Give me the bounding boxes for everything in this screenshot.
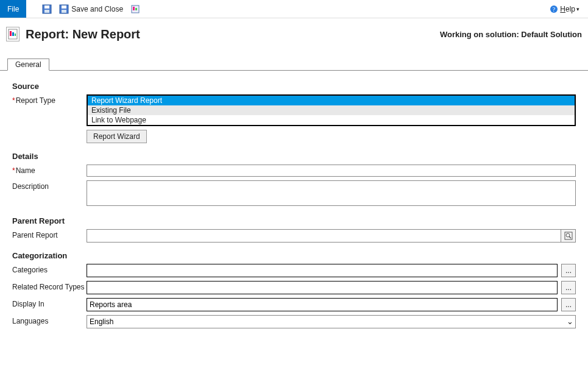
- report-type-listbox[interactable]: Report Wizard Report Existing File Link …: [87, 94, 576, 126]
- categories-picker-button[interactable]: ...: [561, 264, 576, 277]
- row-languages: Languages ⌄: [12, 315, 576, 328]
- parent-report-lookup-button[interactable]: [561, 229, 576, 243]
- page-title: Report: New Report: [26, 27, 140, 41]
- report-actions-icon: [130, 4, 140, 14]
- lookup-icon: [564, 232, 573, 240]
- label-name: Name: [16, 166, 35, 175]
- report-wizard-button-label: Report Wizard: [93, 132, 140, 141]
- save-icon: [42, 4, 52, 14]
- solution-context-label: Working on solution: Default Solution: [440, 30, 582, 39]
- report-wizard-button[interactable]: Report Wizard: [87, 130, 147, 143]
- label-display-in: Display In: [12, 300, 44, 308]
- label-description: Description: [12, 182, 49, 191]
- report-actions-button[interactable]: [127, 0, 144, 18]
- row-name: * Name: [12, 165, 576, 177]
- help-label: Help: [560, 5, 575, 13]
- section-heading-details: Details: [12, 147, 576, 165]
- label-categories: Categories: [12, 266, 48, 274]
- help-icon: ?: [550, 5, 558, 13]
- svg-line-17: [569, 236, 571, 238]
- row-parent-report: Parent Report: [12, 229, 576, 243]
- svg-rect-12: [10, 31, 12, 36]
- help-menu-button[interactable]: ? Help ▾: [547, 0, 582, 18]
- report-entity-icon: [6, 27, 19, 41]
- related-record-types-picker-button[interactable]: ...: [561, 281, 576, 294]
- save-button[interactable]: [38, 0, 55, 18]
- label-report-type: Report Type: [16, 96, 55, 105]
- svg-rect-5: [62, 10, 66, 13]
- required-marker: *: [12, 96, 15, 105]
- file-menu-button[interactable]: File: [0, 0, 26, 18]
- page-header: Report: New Report Working on solution: …: [0, 18, 588, 48]
- languages-select[interactable]: [87, 315, 576, 328]
- label-related-record-types: Related Record Types: [12, 283, 85, 291]
- ellipsis-icon: ...: [565, 266, 572, 275]
- row-display-in: Display In ...: [12, 298, 576, 311]
- section-heading-categorization: Categorization: [12, 246, 576, 264]
- svg-rect-1: [44, 5, 49, 9]
- save-close-icon: [59, 4, 69, 14]
- toolbar: File Save and Close ? Help ▾: [0, 0, 588, 18]
- row-categories: Categories ...: [12, 264, 576, 277]
- description-input[interactable]: [87, 180, 576, 206]
- row-report-type: * Report Type Report Wizard Report Exist…: [12, 94, 576, 143]
- label-parent-report: Parent Report: [12, 231, 58, 239]
- svg-rect-14: [15, 34, 16, 36]
- save-and-close-label: Save and Close: [71, 5, 123, 13]
- categories-input[interactable]: [87, 264, 558, 277]
- tab-bar: General: [0, 57, 588, 71]
- tab-general[interactable]: General: [7, 58, 49, 71]
- report-type-option-wizard[interactable]: Report Wizard Report: [88, 96, 575, 105]
- report-type-option-existing-file[interactable]: Existing File: [88, 105, 575, 115]
- name-input[interactable]: [87, 165, 576, 177]
- report-type-option-link[interactable]: Link to Webpage: [88, 115, 575, 125]
- section-heading-parent: Parent Report: [12, 211, 576, 229]
- chevron-down-icon: ▾: [576, 6, 579, 12]
- display-in-picker-button[interactable]: ...: [561, 298, 576, 311]
- ellipsis-icon: ...: [565, 283, 572, 292]
- row-description: Description: [12, 180, 576, 208]
- display-in-input[interactable]: [87, 298, 558, 311]
- label-languages: Languages: [12, 317, 48, 325]
- svg-rect-7: [133, 7, 135, 10]
- ellipsis-icon: ...: [565, 300, 572, 309]
- svg-rect-4: [62, 5, 66, 9]
- file-menu-label: File: [7, 5, 19, 13]
- tab-general-label: General: [15, 60, 41, 69]
- svg-rect-8: [135, 8, 137, 10]
- section-heading-source: Source: [12, 77, 576, 94]
- svg-rect-13: [12, 32, 14, 36]
- related-record-types-input[interactable]: [87, 281, 558, 294]
- svg-text:?: ?: [553, 6, 556, 13]
- parent-report-input[interactable]: [87, 229, 561, 243]
- save-and-close-button[interactable]: Save and Close: [55, 0, 127, 18]
- required-marker: *: [12, 166, 15, 175]
- form-body: Source * Report Type Report Wizard Repor…: [0, 71, 588, 328]
- row-related-record-types: Related Record Types ...: [12, 281, 576, 294]
- svg-rect-2: [44, 10, 49, 13]
